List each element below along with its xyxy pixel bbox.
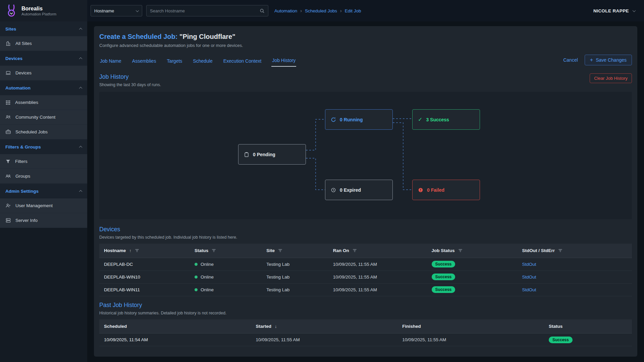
brand-subtitle: Automation Platform [21,12,56,16]
site-cell: Testing Lab [262,283,328,296]
sidebar-section-automation[interactable]: Automation [0,80,87,95]
col-ran-on[interactable]: Ran On [328,244,427,258]
col-site[interactable]: Site [262,244,328,258]
col-job-status[interactable]: Job Status [427,244,518,258]
filter-icon[interactable] [353,248,357,253]
col-scheduled[interactable]: Scheduled [99,319,251,334]
top-bar: Borealis Automation Platform Hostname Au… [0,0,644,21]
brand: Borealis Automation Platform [0,0,87,21]
chevron-up-icon [79,27,83,31]
status-cell: Success [544,334,632,346]
sort-asc-icon: ↑ [129,248,131,253]
site-cell: Testing Lab [262,270,328,283]
breadcrumb-edit-job[interactable]: Edit Job [345,8,361,13]
funnel-icon [5,159,11,164]
scheduled-cell: 10/09/2025, 11:54 AM [99,334,251,346]
server-icon [5,218,11,223]
sidebar-item-user-management[interactable]: User Management [0,198,87,213]
search-box[interactable] [146,5,268,16]
col-finished[interactable]: Finished [397,319,544,334]
filter-icon[interactable] [278,248,282,253]
status-badge: Success [432,286,455,293]
sidebar-section-devices[interactable]: Devices [0,51,87,66]
hostname-cell: DEEPLAB-WIN11 [99,283,190,296]
main-content: Create a Scheduled Job: "Ping Cloudflare… [87,21,644,362]
tab-bar: Job Name Assemblies Targets Schedule Exe… [99,55,632,67]
cancel-button[interactable]: Cancel [563,57,578,63]
sidebar-item-devices[interactable]: Devices [0,66,87,80]
filter-icon[interactable] [212,248,216,253]
flow-node-success[interactable]: ✓ 3 Success [412,109,480,130]
finished-cell: 10/09/2025, 11:55 AM [397,334,544,346]
user-name: NICOLE RAPPE [593,8,629,13]
flow-node-running[interactable]: 0 Running [325,109,393,130]
stdout-cell: StdOut [518,258,632,270]
stdout-cell: StdOut [518,283,632,296]
tab-actions: Cancel + Save Changes [563,55,632,67]
user-menu[interactable]: NICOLE RAPPE [593,8,635,13]
breadcrumb-scheduled-jobs[interactable]: Scheduled Jobs [305,8,337,13]
flow-node-expired[interactable]: 0 Expired [325,180,393,200]
grid-icon [5,100,11,105]
breadcrumb-automation[interactable]: Automation [274,8,297,13]
breadcrumb-separator: › [340,8,342,13]
flow-node-failed[interactable]: 0 Failed [412,180,480,200]
status-cell: Online [190,258,262,270]
sidebar-item-scheduled-jobs[interactable]: Scheduled Jobs [0,125,87,139]
col-status[interactable]: Status [190,244,262,258]
stdout-link[interactable]: StdOut [522,287,536,292]
status-badge: Success [549,337,573,343]
hostname-cell: DEEPLAB-DC [99,258,190,270]
error-icon [418,187,423,193]
device-row: DEEPLAB-DC Online Testing Lab 10/09/2025… [99,258,632,270]
sidebar-item-server-info[interactable]: Server Info [0,213,87,228]
tab-job-history[interactable]: Job History [271,56,296,67]
sidebar-item-all-sites[interactable]: All Sites [0,36,87,51]
sidebar-item-community-content[interactable]: Community Content [0,110,87,125]
tab-schedule[interactable]: Schedule [192,57,213,67]
devices-icon [5,70,11,76]
filter-icon[interactable] [135,248,139,253]
past-job-history-header-row: Past Job History Historical job history … [99,302,632,315]
building-icon [5,41,11,46]
col-started[interactable]: Started ↓ [251,319,398,334]
sidebar-item-filters[interactable]: Filters [0,154,87,169]
past-job-history-table: Scheduled Started ↓ Finished Status 10/0… [99,319,632,347]
flow-node-pending[interactable]: 0 Pending [238,144,306,165]
sync-icon [331,117,336,122]
tab-job-name[interactable]: Job Name [99,57,122,67]
borealis-logo-icon [5,4,18,17]
edit-job-panel: Create a Scheduled Job: "Ping Cloudflare… [94,26,637,357]
clipboard-icon [244,152,249,157]
tab-targets[interactable]: Targets [166,57,183,67]
search-input[interactable] [150,8,260,13]
clear-job-history-button[interactable]: Clear Job History [590,73,632,83]
sidebar-section-sites[interactable]: Sites [0,21,87,36]
stdout-link[interactable]: StdOut [522,262,536,267]
sidebar-item-groups[interactable]: Groups [0,169,87,184]
stdout-link[interactable]: StdOut [522,275,536,280]
sidebar-item-assemblies[interactable]: Assemblies [0,95,87,110]
device-row: DEEPLAB-WIN10 Online Testing Lab 10/09/2… [99,270,632,283]
job-status-cell: Success [427,270,518,283]
filter-icon[interactable] [558,248,562,253]
hostname-select[interactable]: Hostname [91,5,142,16]
sidebar-section-filters-groups[interactable]: Filters & Groups [0,139,87,154]
sidebar-section-admin-settings[interactable]: Admin Settings [0,184,87,198]
hostname-cell: DEEPLAB-WIN10 [99,270,190,283]
chevron-up-icon [79,145,83,149]
filter-icon[interactable] [458,248,463,253]
save-changes-button[interactable]: + Save Changes [585,55,632,65]
chevron-up-icon [79,57,83,60]
col-hostname[interactable]: Hostname ↑ [99,244,190,258]
job-status-cell: Success [427,258,518,270]
col-status[interactable]: Status [544,319,632,334]
tab-assemblies[interactable]: Assemblies [131,57,157,67]
chevron-up-icon [79,86,83,90]
job-history-subheading: Showing the last 30 days of runs. [99,82,161,87]
col-stdout-stderr[interactable]: StdOut / StdErr [518,244,632,258]
tab-execution-context[interactable]: Execution Context [223,57,262,67]
search-icon [260,8,265,13]
page-title: Create a Scheduled Job: "Ping Cloudflare… [99,33,632,41]
hostname-select-value: Hostname [94,8,114,13]
